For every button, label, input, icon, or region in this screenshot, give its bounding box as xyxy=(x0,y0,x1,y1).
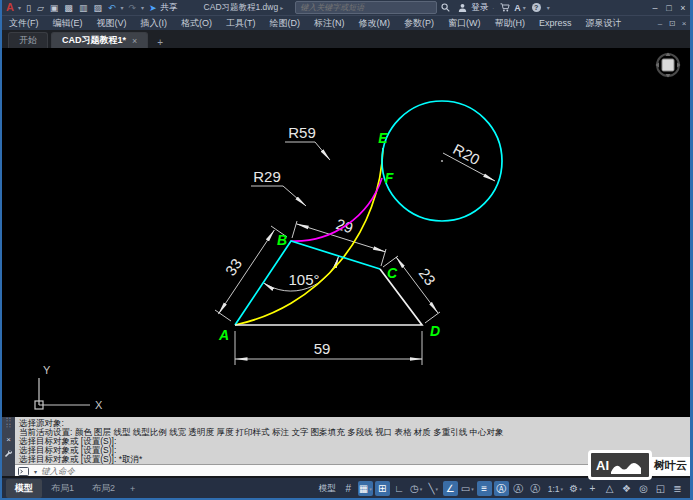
app-store-cart-icon[interactable] xyxy=(500,3,510,12)
doc-close-button[interactable]: × xyxy=(678,19,690,28)
object-snap-icon[interactable]: ▭▾ xyxy=(460,481,475,496)
save-as-icon[interactable]: ▩ xyxy=(64,3,73,13)
menu-items: 文件(F)编辑(E)视图(V)插入(I)格式(O)工具(T)绘图(D)标注(N)… xyxy=(2,16,629,30)
plot-icon[interactable]: ▨ xyxy=(93,3,102,13)
autodesk-app-icon[interactable]: A xyxy=(514,3,521,13)
new-file-icon[interactable]: ▯ xyxy=(26,3,31,13)
search-box[interactable] xyxy=(295,1,437,14)
dynamic-input-icon[interactable]: ⊞ xyxy=(375,481,390,496)
document-title: CAD习题教程1.dwg xyxy=(204,2,279,14)
autocad-logo-icon[interactable]: A xyxy=(6,0,14,15)
undo-icon[interactable]: ↶ xyxy=(108,3,116,13)
clean-screen-icon[interactable]: ◱ xyxy=(653,481,668,496)
menu-item-12[interactable]: Express xyxy=(532,16,579,30)
menu-item-10[interactable]: 窗口(W) xyxy=(441,16,488,30)
annotation-autoscale-icon[interactable]: Ⓐ xyxy=(511,481,526,496)
save-icon[interactable]: ▣ xyxy=(50,3,59,13)
status-bar: 模型 布局1 布局2 + 模型#▦▾⊞∟◷▾╲▾∠▭▾≡ⒶⒶⒶ1:1▾⚙▾+△❖… xyxy=(2,476,690,499)
panel-grip-icon[interactable]: ∷∷ xyxy=(6,417,10,429)
current-scale[interactable]: 1:1▾ xyxy=(545,481,566,496)
menu-item-9[interactable]: 参数(P) xyxy=(397,16,441,30)
menu-item-2[interactable]: 视图(V) xyxy=(90,16,134,30)
snap-mode-icon[interactable]: ▦▾ xyxy=(358,481,373,496)
grid-display-icon[interactable]: # xyxy=(341,481,356,496)
tab-start[interactable]: 开始 xyxy=(8,32,48,48)
dim-r59: R59 xyxy=(288,124,316,141)
tab-close-icon[interactable]: × xyxy=(132,36,137,46)
graphics-performance-icon[interactable]: ❖ xyxy=(619,481,634,496)
close-button[interactable]: × xyxy=(676,3,690,13)
command-tool-icon[interactable] xyxy=(18,467,29,476)
menu-item-4[interactable]: 格式(O) xyxy=(174,16,219,30)
share-icon[interactable]: ➤ xyxy=(149,3,157,13)
geometry-group[interactable] xyxy=(235,101,502,325)
ucs-x-label: X xyxy=(95,399,103,411)
ucs-labels: Y X xyxy=(43,364,103,411)
arc-r29[interactable] xyxy=(291,178,382,241)
logo-caret-icon[interactable]: ▾ xyxy=(18,4,21,11)
doc-minimize-button[interactable]: – xyxy=(654,19,666,28)
doc-restore-button[interactable]: ⊡ xyxy=(666,19,678,28)
menu-item-6[interactable]: 绘图(D) xyxy=(263,16,308,30)
title-caret-icon[interactable]: ▸ xyxy=(280,4,283,11)
undo-icon-caret[interactable]: ▾ xyxy=(120,4,123,11)
menu-item-3[interactable]: 插入(I) xyxy=(134,16,175,30)
open-file-icon[interactable]: ▱ xyxy=(37,3,44,13)
vertex-labels[interactable]: A B C D E F xyxy=(218,130,440,343)
menu-item-8[interactable]: 修改(M) xyxy=(352,16,398,30)
layout-tab-model[interactable]: 模型 xyxy=(6,479,42,498)
cad-drawing[interactable]: 59 33 29 23 105° R59 R29 R20 A B xyxy=(2,48,690,417)
isometric-drafting-icon[interactable]: ╲▾ xyxy=(426,481,441,496)
menu-item-13[interactable]: 源泉设计 xyxy=(579,16,629,30)
label-E: E xyxy=(378,130,388,146)
annotation-visibility-icon[interactable]: Ⓐ xyxy=(494,481,509,496)
title-bar: A ▾ ▯▱▣▩▥▨↶▾↷▾➤ 共享 CAD习题教程1.dwg ▸ 登录 · A… xyxy=(2,0,690,15)
autocad-window: A ▾ ▯▱▣▩▥▨↶▾↷▾➤ 共享 CAD习题教程1.dwg ▸ 登录 · A… xyxy=(0,0,693,500)
layout-tab-layout2[interactable]: 布局2 xyxy=(83,479,124,498)
circle-center-mark xyxy=(441,160,443,162)
annotation-monitor-icon[interactable]: + xyxy=(585,481,600,496)
polar-tracking-icon[interactable]: ◷▾ xyxy=(409,481,424,496)
minimize-button[interactable]: – xyxy=(648,3,662,13)
ucs-icon xyxy=(35,378,90,409)
label-B: B xyxy=(277,232,287,248)
layout-tab-layout1[interactable]: 布局1 xyxy=(42,479,83,498)
customize-wrench-icon[interactable] xyxy=(4,449,13,458)
lineweight-icon[interactable]: ≡ xyxy=(477,481,492,496)
menu-item-1[interactable]: 编辑(E) xyxy=(46,16,90,30)
menu-item-0[interactable]: 文件(F) xyxy=(2,16,46,30)
search-icon[interactable] xyxy=(441,3,450,12)
navigation-wheel-icon[interactable] xyxy=(655,52,681,82)
workspace-switch-icon[interactable]: ⚙▾ xyxy=(568,481,583,496)
new-tab-button[interactable]: + xyxy=(153,37,167,48)
drawing-canvas[interactable]: 59 33 29 23 105° R59 R29 R20 A B xyxy=(2,48,690,417)
menu-item-11[interactable]: 帮助(H) xyxy=(488,16,533,30)
user-icon[interactable] xyxy=(458,3,467,12)
customization-icon[interactable]: ≣ xyxy=(670,481,685,496)
help-caret-icon[interactable]: ▾ xyxy=(547,4,550,11)
menu-item-7[interactable]: 标注(N) xyxy=(307,16,352,30)
ortho-mode-icon[interactable]: ∟ xyxy=(392,481,407,496)
share-label[interactable]: 共享 xyxy=(161,2,178,14)
command-dropdown-caret-icon[interactable]: ▾ xyxy=(34,468,37,475)
sign-in-button[interactable]: 登录 xyxy=(471,2,488,14)
units-icon[interactable]: △ xyxy=(602,481,617,496)
annotation-scale-icon[interactable]: Ⓐ xyxy=(528,481,543,496)
redo-icon[interactable]: ↷ xyxy=(128,3,136,13)
dim-r29: R29 xyxy=(253,168,281,185)
dimension-text-group[interactable]: 59 33 29 23 105° R59 R29 R20 xyxy=(222,124,483,357)
object-snap-tracking-icon[interactable]: ∠ xyxy=(443,481,458,496)
add-layout-button[interactable]: + xyxy=(124,484,141,494)
model-paper-toggle[interactable]: 模型 xyxy=(316,481,339,496)
tab-document[interactable]: CAD习题教程1* × xyxy=(51,32,148,48)
export-icon[interactable]: ▥ xyxy=(79,3,88,13)
menu-item-5[interactable]: 工具(T) xyxy=(219,16,263,30)
isolate-objects-icon[interactable]: ◎ xyxy=(636,481,651,496)
maximize-button[interactable]: □ xyxy=(662,3,676,13)
redo-icon-caret[interactable]: ▾ xyxy=(141,4,144,11)
help-icon[interactable]: ? xyxy=(532,3,541,12)
autodesk-caret-icon[interactable]: ▾ xyxy=(523,4,526,11)
command-close-icon[interactable]: × xyxy=(6,435,11,444)
watermark-brand: 树叶云 xyxy=(648,457,690,473)
search-input[interactable] xyxy=(296,3,436,12)
